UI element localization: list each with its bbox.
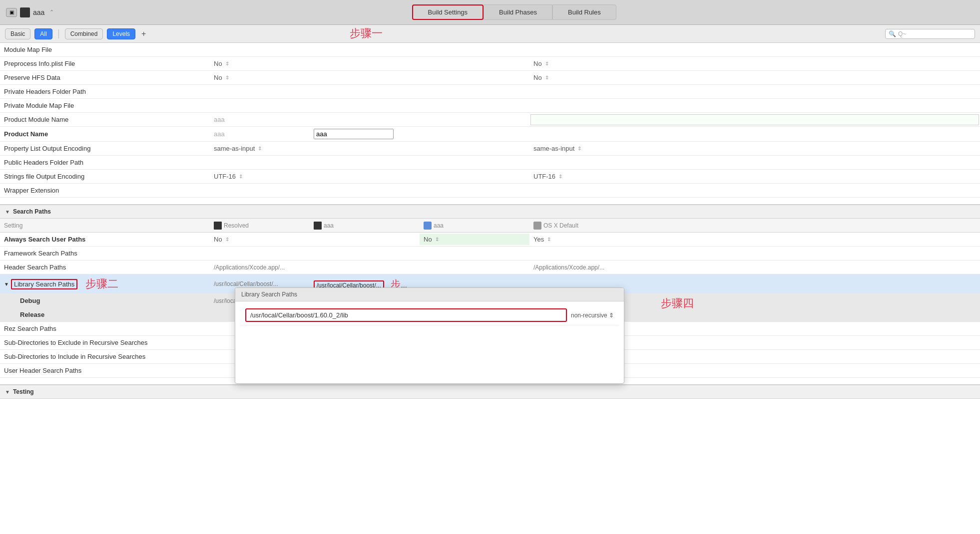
filter-levels-button[interactable]: Levels <box>107 28 135 39</box>
section-title: Search Paths <box>13 208 51 215</box>
setting-name: Wrapper Extension <box>0 185 210 196</box>
product-name-input[interactable] <box>314 129 394 139</box>
row-expand-icon: ▼ <box>4 281 9 287</box>
table-row: Preprocess Info.plist File No ⇕ No ⇕ <box>0 57 980 71</box>
header-search-paths-row: Header Search Paths /Applications/Xcode.… <box>0 261 980 274</box>
search-paths-section-header: ▼ Search Paths <box>0 205 980 219</box>
product-name-row: Product Name aaa <box>0 127 980 142</box>
setting-name: User Header Search Paths <box>0 365 210 376</box>
table-row: Private Headers Folder Path <box>0 85 980 99</box>
section-collapse-icon[interactable]: ▼ <box>5 209 10 215</box>
col-header-setting: Setting <box>0 220 210 231</box>
library-search-paths-popover: Library Search Paths non-recursive ⇕ 步骤四 <box>235 287 624 384</box>
popover-footer <box>235 379 624 383</box>
sidebar-toggle-button[interactable]: ▣ <box>6 8 17 17</box>
popover-path-input[interactable] <box>245 308 567 322</box>
resolved-icon <box>214 222 222 230</box>
toolbar-left: ▣ aaa ⌃ <box>6 7 54 17</box>
setting-name: Strings file Output Encoding <box>0 171 210 182</box>
popover-header: Library Search Paths <box>235 288 624 301</box>
search-box[interactable]: 🔍 Q~ <box>885 29 975 39</box>
popover-path-row: non-recursive ⇕ <box>240 305 619 325</box>
framework-search-paths-row: Framework Search Paths <box>0 247 980 261</box>
setting-name: Framework Search Paths <box>0 248 210 259</box>
setting-name: Private Headers Folder Path <box>0 86 210 97</box>
setting-name: Always Search User Paths <box>0 234 210 245</box>
setting-name: ▼ Library Search Paths 步骤二 <box>0 274 210 293</box>
setting-name: Preprocess Info.plist File <box>0 58 210 69</box>
search-placeholder: Q~ <box>898 30 906 37</box>
toolbar-tabs: Build Settings Build Phases Build Rules <box>58 4 970 20</box>
setting-name: Product Module Name <box>0 114 210 125</box>
table-row: Private Module Map File <box>0 99 980 113</box>
step1-annotation: 步骤一 <box>350 26 383 41</box>
aaa1-project-icon <box>314 222 322 230</box>
popover-content: non-recursive ⇕ <box>235 301 624 379</box>
filter-bar: Basic All Combined Levels + 步骤一 🔍 Q~ <box>0 25 980 43</box>
section-spacer <box>0 198 980 205</box>
table-row: Public Headers Folder Path <box>0 156 980 170</box>
setting-name: Debug <box>0 295 210 306</box>
project-chevron-icon: ⌃ <box>49 9 54 15</box>
setting-name: Preserve HFS Data <box>0 72 210 83</box>
setting-name: Rez Search Paths <box>0 323 210 334</box>
recursion-label: non-recursive ⇕ <box>571 312 614 319</box>
col-header-osxdefault: OS X Default <box>529 220 980 232</box>
col-header-resolved: Resolved <box>210 220 310 232</box>
osxdefault-icon <box>533 222 541 230</box>
tab-build-rules[interactable]: Build Rules <box>552 4 616 20</box>
always-search-user-paths-row: Always Search User Paths No ⇕ No ⇕ Yes ⇕ <box>0 233 980 247</box>
table-row: Preserve HFS Data No ⇕ No ⇕ <box>0 71 980 85</box>
testing-section-collapse-icon[interactable]: ▼ <box>5 389 10 395</box>
setting-value: No ⇕ <box>210 58 310 69</box>
col-header-aaa2: aaa <box>420 220 529 232</box>
setting-name: Private Module Map File <box>0 100 210 111</box>
setting-name: Header Search Paths <box>0 262 210 273</box>
filter-basic-button[interactable]: Basic <box>5 28 30 39</box>
project-icon <box>20 7 30 17</box>
toolbar: ▣ aaa ⌃ Build Settings Build Phases Buil… <box>0 0 980 25</box>
popover-title: Library Search Paths <box>241 291 297 298</box>
search-icon: 🔍 <box>889 30 896 37</box>
filter-combined-button[interactable]: Combined <box>65 28 103 39</box>
column-headers: Setting Resolved aaa aaa OS X Default <box>0 219 980 233</box>
setting-name: Release <box>0 309 210 320</box>
aaa2-project-icon <box>424 222 432 230</box>
testing-section-header: ▼ Testing <box>0 385 980 399</box>
setting-name: Property List Output Encoding <box>0 143 210 154</box>
tab-build-settings[interactable]: Build Settings <box>412 4 484 20</box>
col-header-aaa1: aaa <box>310 220 420 232</box>
filter-all-button[interactable]: All <box>34 28 52 39</box>
add-filter-button[interactable]: + <box>141 29 146 38</box>
tab-build-phases[interactable]: Build Phases <box>484 4 552 20</box>
table-row: Wrapper Extension <box>0 184 980 198</box>
setting-name: Module Map File <box>0 44 210 55</box>
step2-annotation: 步骤二 <box>85 276 118 291</box>
setting-value-muted: aaa <box>210 128 310 140</box>
setting-value-muted: aaa <box>210 114 310 125</box>
popover-empty-area <box>240 325 619 375</box>
table-row: Strings file Output Encoding UTF-16 ⇕ UT… <box>0 170 980 184</box>
library-search-paths-label: Library Search Paths <box>11 279 77 289</box>
setting-name: Public Headers Folder Path <box>0 157 210 168</box>
project-name: aaa <box>33 8 44 16</box>
table-row: Module Map File <box>0 43 980 57</box>
setting-value <box>210 48 310 52</box>
table-row: Product Module Name aaa <box>0 113 980 127</box>
setting-name: Sub-Directories to Include in Recursive … <box>0 351 210 362</box>
setting-name: Product Name <box>0 128 210 140</box>
setting-name: Sub-Directories to Exclude in Recursive … <box>0 337 210 348</box>
main-content: Module Map File Preprocess Info.plist Fi… <box>0 43 980 534</box>
testing-section-title: Testing <box>13 388 34 395</box>
table-row: Property List Output Encoding same-as-in… <box>0 142 980 156</box>
popover-recursion-dropdown[interactable]: non-recursive ⇕ <box>571 312 614 319</box>
setting-value: No ⇕ <box>210 72 310 83</box>
